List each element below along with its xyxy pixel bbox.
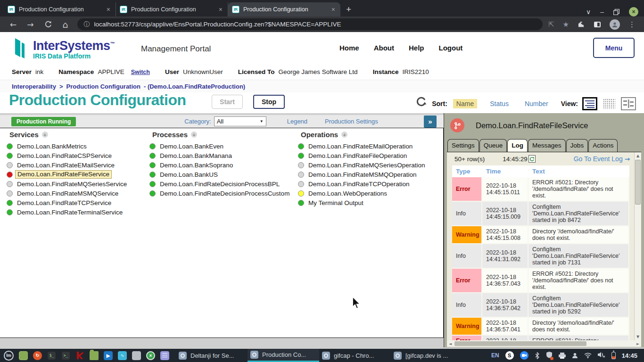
operation-item[interactable]: Demo.Loan.FindRateMQSeriesOperation <box>298 160 443 170</box>
language-indicator[interactable]: EN <box>491 352 499 359</box>
col-header-time[interactable]: Time <box>482 165 528 177</box>
legend-link[interactable]: Legend <box>287 118 307 125</box>
show-desktop-icon[interactable] <box>19 351 28 360</box>
side-panel-icon[interactable] <box>594 21 601 28</box>
log-refresh-icon[interactable] <box>528 155 536 163</box>
minimize-icon[interactable]: – <box>600 8 604 16</box>
service-item[interactable]: Demo.Loan.BankMetrics <box>7 141 146 151</box>
process-item[interactable]: Demo.Loan.FindRateDecisionProcessCustom <box>149 189 295 198</box>
operation-item[interactable]: Demo.Loan.FindRateMSMQOperation <box>298 170 443 179</box>
log-row[interactable]: Error 2022-10-18 ERROR #5021: Directory <box>452 336 629 340</box>
add-operation-button[interactable]: + <box>341 132 347 138</box>
restore-icon[interactable] <box>613 9 619 15</box>
tab-close-icon[interactable]: × <box>217 6 224 13</box>
process-item[interactable]: Demo.Loan.FindRateDecisionProcessBPL <box>149 179 295 189</box>
process-item[interactable]: Demo.Loan.BankUS <box>149 170 295 179</box>
log-vertical-scrollbar[interactable]: ▲ ▼ <box>634 152 641 340</box>
process-name[interactable]: Demo.Loan.BankUS <box>160 171 218 178</box>
operation-name[interactable]: Demo.Loan.FindRateTCPOperation <box>308 181 410 188</box>
log-row[interactable]: Warning 2022-10-18 14:45:15.008 Director… <box>452 226 629 244</box>
extensions-puzzle-icon[interactable] <box>578 21 585 28</box>
scroll-up-icon[interactable]: ▲ <box>635 152 641 159</box>
service-name[interactable]: Demo.Loan.BankMetrics <box>17 143 87 150</box>
add-process-button[interactable]: + <box>191 132 197 138</box>
process-item[interactable]: Demo.Loan.BankSoprano <box>149 160 295 170</box>
service-name[interactable]: Demo.Loan.FindRateMQSeriesService <box>17 181 127 188</box>
process-name[interactable]: Demo.Loan.FindRateDecisionProcessBPL <box>160 181 280 188</box>
col-header-type[interactable]: Type <box>452 165 482 177</box>
calculator-icon[interactable] <box>132 351 141 360</box>
terminal2-icon[interactable]: >_ <box>61 351 70 360</box>
tab-search-icon[interactable]: ∨ <box>586 8 591 16</box>
operation-name[interactable]: Demo.Loan.FindRateEMailOperation <box>308 143 413 150</box>
skype-tray-icon[interactable]: S <box>505 351 514 360</box>
service-name[interactable]: Demo.Loan.FindRateTCPService <box>17 199 111 206</box>
system-monitor-icon[interactable]: ∿ <box>118 351 127 360</box>
operation-name[interactable]: Demo.Loan.WebOperations <box>308 190 387 197</box>
operation-item[interactable]: Demo.Loan.FindRateTCPOperation <box>298 179 443 189</box>
printer-icon[interactable] <box>559 353 566 359</box>
operation-item[interactable]: Demo.Loan.WebOperations <box>298 189 443 198</box>
view-split-button[interactable] <box>621 97 636 110</box>
go-to-event-log-link[interactable]: Go To Event Log <box>574 155 623 163</box>
wifi-icon[interactable] <box>584 353 592 358</box>
stop-button[interactable]: Stop <box>253 95 285 109</box>
switch-link[interactable]: Switch <box>131 69 150 75</box>
view-grid-button[interactable] <box>602 97 617 110</box>
operation-name[interactable]: Demo.Loan.FindRateMSMQOperation <box>308 171 417 178</box>
operation-item[interactable]: Demo.Loan.FindRateEMailOperation <box>298 141 443 151</box>
url-text[interactable]: localhost:52773/csp/applive/EnsPortal.Pr… <box>94 21 341 28</box>
url-bar[interactable]: ⓘ localhost:52773/csp/applive/EnsPortal.… <box>77 18 543 30</box>
service-name[interactable]: Demo.Loan.FindRateTerminalService <box>17 209 123 216</box>
detail-tab[interactable]: Queue <box>479 139 507 152</box>
scroll-left-icon[interactable]: ◄ <box>447 342 454 346</box>
nav-help-link[interactable]: Help <box>409 44 424 52</box>
browser-menu-icon[interactable]: ⋮ <box>628 20 636 29</box>
volume-muted-icon[interactable] <box>598 351 605 360</box>
detail-tab[interactable]: Actions <box>588 139 618 152</box>
category-select[interactable]: All ▼ <box>214 116 266 126</box>
service-name[interactable]: Demo.Loan.FindRateMSMQService <box>17 190 118 197</box>
mint-menu-icon[interactable]: lm <box>4 351 14 361</box>
spreadsheet-icon[interactable]: × <box>146 351 155 360</box>
profile-avatar[interactable] <box>610 19 620 30</box>
detail-tab[interactable]: Messages <box>528 139 566 152</box>
service-item[interactable]: Demo.Loan.FindRateMQSeriesService <box>7 179 146 189</box>
close-window-icon[interactable]: × <box>629 7 638 16</box>
zoom-tray-icon[interactable] <box>520 351 528 360</box>
operation-name[interactable]: Demo.Loan.FindRateMQSeriesOperation <box>308 162 425 169</box>
log-row[interactable]: Warning 2022-10-18 14:36:57.041 Director… <box>452 318 629 336</box>
scroll-right-icon[interactable]: ► <box>635 342 641 346</box>
browser-tab[interactable]: IR Production Configuration × <box>4 2 116 16</box>
col-header-text[interactable]: Text <box>528 165 629 177</box>
reload-icon[interactable] <box>44 20 52 28</box>
service-item[interactable]: Demo.Loan.FindRateTerminalService <box>7 207 146 217</box>
breadcrumb-page[interactable]: Production Configuration <box>66 83 140 90</box>
user-tray-icon[interactable] <box>572 353 578 359</box>
log-row[interactable]: Error 2022-10-18 14:36:57.043 ERROR #502… <box>452 269 629 293</box>
sort-option[interactable]: Number <box>521 99 552 108</box>
service-item[interactable]: Demo.Loan.FindRateTCPService <box>7 198 146 207</box>
browser-tab[interactable]: IR Production Configuration × <box>116 2 228 16</box>
battery-icon[interactable] <box>611 352 616 359</box>
production-settings-link[interactable]: Production Settings <box>325 118 378 125</box>
process-name[interactable]: Demo.Loan.FindRateDecisionProcessCustom <box>160 190 289 197</box>
service-name[interactable]: Demo.Loan.FindRateCSPService <box>17 152 112 159</box>
new-tab-button[interactable]: + <box>340 4 357 16</box>
video-app-icon[interactable]: ▶ <box>104 351 113 360</box>
add-service-button[interactable]: + <box>42 132 48 138</box>
sort-option[interactable]: Status <box>487 99 512 108</box>
detail-tab[interactable]: Settings <box>447 139 479 152</box>
bluetooth-icon[interactable] <box>535 352 540 359</box>
breadcrumb-root-link[interactable]: Interoperability <box>12 83 56 90</box>
hscrollbar-thumb[interactable] <box>454 341 586 346</box>
operation-item[interactable]: Demo.Loan.FindRateFileOperation <box>298 151 443 160</box>
tab-close-icon[interactable]: × <box>105 6 112 13</box>
process-name[interactable]: Demo.Loan.BankManana <box>160 152 232 159</box>
log-row[interactable]: Error 2022-10-18 14:45:15.011 ERROR #502… <box>452 177 629 202</box>
nav-logout-link[interactable]: Logout <box>439 44 463 52</box>
operation-name[interactable]: My Terminal Output <box>308 199 363 206</box>
taskbar-window-button[interactable]: gifcap - Chro... <box>319 349 391 362</box>
service-item[interactable]: Demo.Loan.FindRateFileService <box>7 170 146 179</box>
process-item[interactable]: Demo.Loan.BankManana <box>149 151 295 160</box>
